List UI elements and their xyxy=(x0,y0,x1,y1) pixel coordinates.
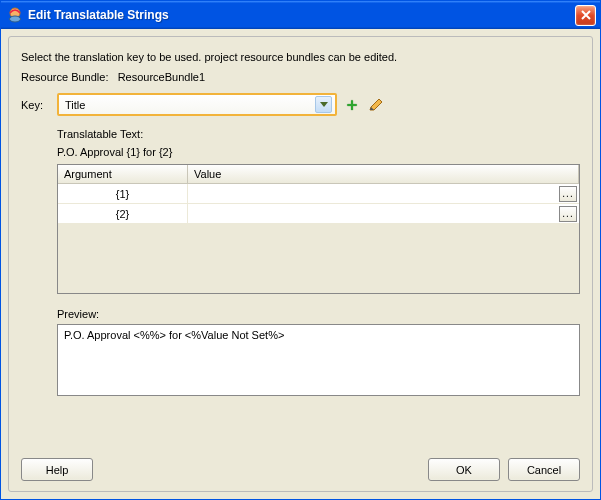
pencil-icon xyxy=(368,97,384,113)
translatable-text-value: P.O. Approval {1} for {2} xyxy=(57,146,580,158)
app-icon xyxy=(7,7,23,23)
dialog-title: Edit Translatable Strings xyxy=(28,8,575,22)
column-header-value[interactable]: Value xyxy=(188,165,579,183)
key-dropdown-value: Title xyxy=(65,99,85,111)
resource-bundle-value: ResourceBundle1 xyxy=(118,71,205,83)
title-bar: Edit Translatable Strings xyxy=(1,1,600,29)
key-label: Key: xyxy=(21,99,51,111)
cancel-button-label: Cancel xyxy=(527,464,561,476)
translatable-section: Translatable Text: P.O. Approval {1} for… xyxy=(57,128,580,396)
button-bar: Help OK Cancel xyxy=(21,458,580,481)
cell-argument: {1} xyxy=(58,184,188,203)
table-row[interactable]: {2} ... xyxy=(58,204,579,224)
key-row: Key: Title + xyxy=(21,93,580,116)
add-key-button[interactable]: + xyxy=(343,96,361,114)
svg-point-1 xyxy=(10,16,21,22)
cell-value[interactable]: ... xyxy=(188,204,579,223)
help-button-label: Help xyxy=(46,464,69,476)
preview-label: Preview: xyxy=(57,308,580,320)
content-area: Select the translation key to be used. p… xyxy=(1,29,600,499)
ok-button[interactable]: OK xyxy=(428,458,500,481)
preview-text: P.O. Approval <%%> for <%Value Not Set%> xyxy=(64,329,284,341)
arguments-table: Argument Value {1} ... {2} ... xyxy=(57,164,580,294)
help-button[interactable]: Help xyxy=(21,458,93,481)
main-panel: Select the translation key to be used. p… xyxy=(8,36,593,492)
value-browse-button[interactable]: ... xyxy=(559,206,577,222)
value-browse-button[interactable]: ... xyxy=(559,186,577,202)
table-header: Argument Value xyxy=(58,165,579,184)
cell-value[interactable]: ... xyxy=(188,184,579,203)
translatable-text-label: Translatable Text: xyxy=(57,128,580,140)
key-dropdown[interactable]: Title xyxy=(57,93,337,116)
cancel-button[interactable]: Cancel xyxy=(508,458,580,481)
cell-argument: {2} xyxy=(58,204,188,223)
plus-icon: + xyxy=(347,99,358,111)
dialog-window: Edit Translatable Strings Select the tra… xyxy=(0,0,601,500)
ellipsis-icon: ... xyxy=(562,208,573,219)
ok-button-label: OK xyxy=(456,464,472,476)
preview-box: P.O. Approval <%%> for <%Value Not Set%> xyxy=(57,324,580,396)
resource-bundle-label: Resource Bundle: xyxy=(21,71,108,83)
chevron-down-icon xyxy=(315,96,332,113)
ellipsis-icon: ... xyxy=(562,188,573,199)
edit-key-button[interactable] xyxy=(367,96,385,114)
instruction-text: Select the translation key to be used. p… xyxy=(21,51,580,63)
close-button[interactable] xyxy=(575,5,596,26)
table-row[interactable]: {1} ... xyxy=(58,184,579,204)
column-header-argument[interactable]: Argument xyxy=(58,165,188,183)
resource-bundle-row: Resource Bundle: ResourceBundle1 xyxy=(21,71,580,83)
